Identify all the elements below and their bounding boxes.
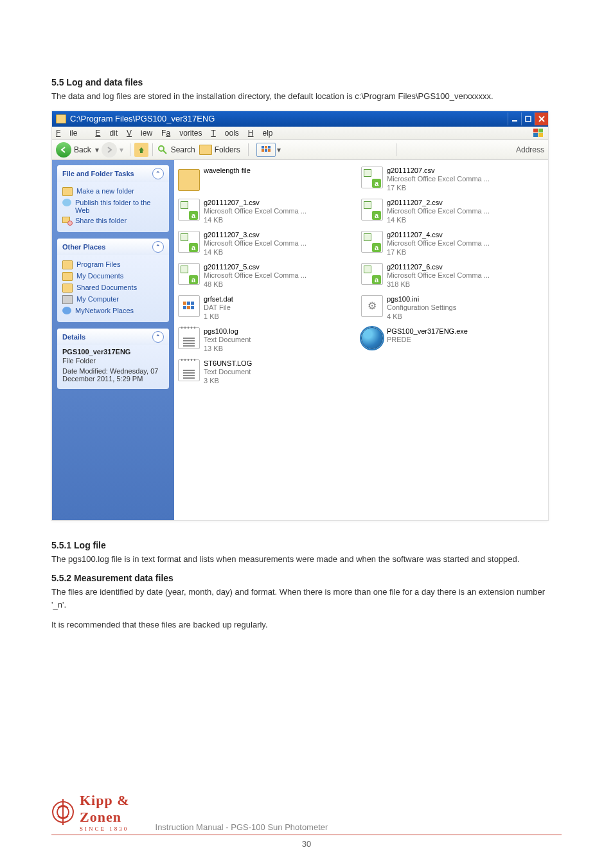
place-network-places[interactable]: MyNetwork Places bbox=[62, 307, 164, 314]
folder-icon bbox=[62, 260, 73, 269]
folder-icon bbox=[62, 284, 73, 293]
file-item[interactable]: g20111207_3.csvMicrosoft Office Excel Co… bbox=[178, 231, 361, 263]
task-share-folder[interactable]: Share this folder bbox=[62, 217, 164, 224]
details-type: File Folder bbox=[62, 357, 164, 365]
file-item[interactable]: g20111207_2.csvMicrosoft Office Excel Co… bbox=[361, 199, 544, 231]
file-item[interactable]: pgs100.iniConfiguration Settings4 KB bbox=[361, 295, 544, 327]
file-item[interactable]: g20111207.csvMicrosoft Office Excel Comm… bbox=[361, 167, 544, 199]
folder-icon bbox=[178, 169, 200, 191]
folders-icon[interactable] bbox=[199, 145, 212, 155]
file-item[interactable]: ST6UNST.LOGText Document3 KB bbox=[178, 359, 361, 392]
section-5-5-2-body: The files are identified by date (year, … bbox=[51, 586, 562, 611]
svg-line-9 bbox=[163, 150, 166, 154]
file-item[interactable]: g20111207_4.csvMicrosoft Office Excel Co… bbox=[361, 231, 544, 263]
file-name: grfset.dat bbox=[204, 295, 233, 304]
excel-icon bbox=[178, 199, 200, 221]
svg-point-8 bbox=[159, 146, 164, 151]
file-size: 13 KB bbox=[204, 345, 251, 354]
exe-icon bbox=[361, 327, 383, 349]
svg-rect-1 bbox=[526, 116, 531, 122]
task-publish-web[interactable]: Publish this folder to the Web bbox=[62, 199, 164, 214]
file-name: g20111207.csv bbox=[387, 167, 490, 176]
file-size: 14 KB bbox=[387, 216, 490, 225]
file-name: wavelength file bbox=[204, 167, 251, 176]
window-title: C:\Program Files\PGS100_ver317ENG bbox=[70, 114, 215, 123]
place-my-computer[interactable]: My Computer bbox=[62, 295, 164, 304]
panel-file-folder-tasks: File and Folder Tasks ⌃ Make a new folde… bbox=[57, 165, 169, 232]
place-program-files[interactable]: Program Files bbox=[62, 260, 164, 269]
search-icon[interactable] bbox=[157, 144, 168, 156]
place-my-documents[interactable]: My Documents bbox=[62, 272, 164, 281]
excel-icon bbox=[361, 167, 383, 188]
close-button[interactable] bbox=[535, 113, 548, 125]
search-label[interactable]: Search bbox=[171, 145, 195, 154]
file-size: 14 KB bbox=[204, 216, 306, 225]
up-button[interactable] bbox=[134, 143, 148, 157]
file-item[interactable]: g20111207_5.csvMicrosoft Office Excel Co… bbox=[178, 263, 361, 295]
file-desc: Microsoft Office Excel Comma ... bbox=[204, 207, 306, 216]
file-desc: Configuration Settings bbox=[387, 303, 456, 312]
menu-tools[interactable]: Tools bbox=[211, 129, 238, 138]
excel-icon bbox=[178, 263, 200, 285]
file-name: g20111207_3.csv bbox=[204, 231, 306, 240]
file-desc: Microsoft Office Excel Comma ... bbox=[387, 207, 490, 216]
maximize-button[interactable] bbox=[521, 113, 535, 125]
file-size: 1 KB bbox=[204, 312, 233, 321]
collapse-icon[interactable]: ⌃ bbox=[152, 331, 164, 343]
back-button[interactable] bbox=[56, 142, 71, 158]
back-dropdown-icon[interactable]: ▾ bbox=[95, 145, 99, 154]
file-desc: DAT File bbox=[204, 303, 233, 312]
dat-icon bbox=[178, 295, 200, 317]
file-size: 4 KB bbox=[387, 312, 456, 321]
section-5-5-1-body: The pgs100.log file is in text format an… bbox=[51, 553, 562, 566]
svg-rect-5 bbox=[538, 129, 543, 132]
file-item[interactable]: wavelength file bbox=[178, 167, 361, 199]
txt-icon bbox=[178, 327, 200, 349]
svg-rect-4 bbox=[533, 129, 538, 132]
menu-edit[interactable]: Edit bbox=[95, 129, 118, 138]
collapse-icon[interactable]: ⌃ bbox=[152, 168, 164, 179]
file-size: 17 KB bbox=[387, 248, 490, 257]
file-list: wavelength fileg20111207.csvMicrosoft Of… bbox=[174, 160, 548, 520]
menu-help[interactable]: Help bbox=[248, 129, 273, 138]
file-name: ST6UNST.LOG bbox=[204, 359, 252, 368]
menu-file[interactable]: File bbox=[56, 129, 86, 138]
file-item[interactable]: pgs100.logText Document13 KB bbox=[178, 327, 361, 359]
section-5-5-2-title: 5.5.2 Measurement data files bbox=[51, 573, 562, 583]
minimize-button[interactable] bbox=[508, 113, 521, 125]
excel-icon bbox=[361, 263, 383, 285]
titlebar[interactable]: C:\Program Files\PGS100_ver317ENG bbox=[52, 111, 548, 127]
file-item[interactable]: g20111207_1.csvMicrosoft Office Excel Co… bbox=[178, 199, 361, 231]
new-folder-icon bbox=[62, 187, 73, 196]
folders-label[interactable]: Folders bbox=[215, 145, 240, 154]
network-icon bbox=[62, 307, 71, 314]
file-item[interactable]: grfset.datDAT File1 KB bbox=[178, 295, 361, 327]
menu-view[interactable]: View bbox=[127, 129, 152, 138]
file-size: 3 KB bbox=[204, 377, 252, 386]
collapse-icon[interactable]: ⌃ bbox=[152, 241, 164, 253]
file-name: g20111207_6.csv bbox=[387, 263, 490, 272]
task-make-folder[interactable]: Make a new folder bbox=[62, 187, 164, 196]
file-size: 318 KB bbox=[387, 280, 490, 289]
file-desc: Text Document bbox=[204, 368, 252, 377]
file-name: g20111207_1.csv bbox=[204, 199, 306, 208]
back-label: Back bbox=[74, 145, 91, 154]
toolbar: Back ▾ ▾ Search Folders ▾ Address bbox=[52, 140, 548, 160]
txt-icon bbox=[178, 359, 200, 381]
details-modified: Date Modified: Wednesday, 07 December 20… bbox=[62, 367, 164, 383]
folder-icon bbox=[56, 114, 66, 123]
menubar: File Edit View Favorites Tools Help bbox=[52, 127, 548, 140]
file-desc: PREDE bbox=[387, 336, 468, 345]
file-desc: Text Document bbox=[204, 336, 251, 345]
file-item[interactable]: g20111207_6.csvMicrosoft Office Excel Co… bbox=[361, 263, 544, 295]
forward-button[interactable] bbox=[102, 142, 117, 158]
panel-details: Details ⌃ PGS100_ver317ENG File Folder D… bbox=[57, 329, 169, 389]
menu-favorites[interactable]: Favorites bbox=[161, 129, 202, 138]
file-item[interactable]: PGS100_ver317ENG.exePREDE bbox=[361, 327, 544, 359]
view-dropdown-icon[interactable]: ▾ bbox=[277, 145, 281, 154]
page-footer: Kipp & Zonen SINCE 1830 Instruction Manu… bbox=[51, 792, 562, 849]
panel-title: Details bbox=[62, 333, 85, 341]
place-shared-documents[interactable]: Shared Documents bbox=[62, 284, 164, 293]
view-button[interactable] bbox=[256, 143, 276, 157]
details-name: PGS100_ver317ENG bbox=[62, 348, 164, 356]
